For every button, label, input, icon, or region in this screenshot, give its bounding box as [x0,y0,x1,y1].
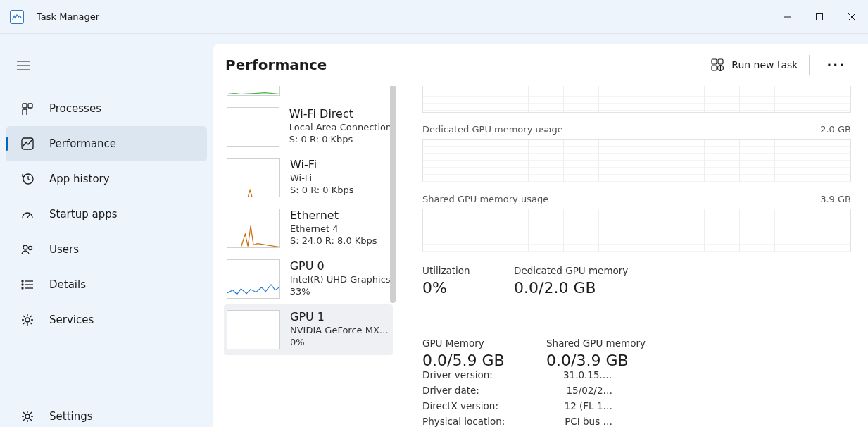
svg-rect-1 [817,13,823,20]
prop-val: 12 (FL 1… [563,400,612,411]
resource-tile-list[interactable]: SSD 2% Wi-Fi Direct Local Area Connectio… [213,86,397,427]
sidebar-item-services[interactable]: Services [6,302,207,338]
tile-gpu1[interactable]: GPU 1 NVIDIA GeForce MX… 0% [224,304,393,355]
chart-shared [422,209,851,252]
detail-pane: Dedicated GPU memory usage 2.0 GB Shared… [422,86,868,427]
page-title: Performance [225,56,327,73]
sidebar-item-details[interactable]: Details [6,267,207,302]
tile-sub: Ethernet 4 [290,223,377,234]
sidebar-item-label: Performance [49,137,116,150]
window-maximize-button[interactable] [803,0,836,34]
stat-label: Utilization [422,265,514,276]
sidebar-item-settings[interactable]: Settings [6,399,207,427]
sidebar-item-label: App history [49,173,110,185]
tile-title: GPU 0 [290,259,390,273]
sidebar-item-performance[interactable]: Performance [6,126,207,161]
tile-title: Ethernet [290,209,377,222]
column-gap [397,86,422,427]
more-options-button[interactable]: ··· [821,58,851,73]
hamburger-button[interactable] [0,56,213,91]
svg-line-12 [27,214,30,218]
svg-point-13 [23,245,27,249]
tile-sub: Local Area Connection [289,122,390,132]
run-new-task-button[interactable]: Run new task [710,58,798,72]
prop-key: Driver date: [422,385,563,396]
tile-thumb [227,158,280,197]
run-task-label: Run new task [731,59,798,70]
svg-point-19 [22,284,23,285]
stat-label: Dedicated GPU memory [514,265,628,276]
sidebar-item-label: Users [49,243,79,256]
svg-rect-23 [712,59,717,64]
list-icon [21,278,34,291]
section-right: 3.9 GB [820,194,851,204]
window-close-button[interactable] [836,0,868,34]
sidebar-item-label: Services [49,314,94,326]
sidebar-item-users[interactable]: Users [6,232,207,267]
tile-thumb [227,310,280,349]
chart-top [422,86,851,113]
svg-point-20 [22,287,23,289]
tile-gpu0[interactable]: GPU 0 Intel(R) UHD Graphics 33% [224,254,393,304]
tile-wifi-direct[interactable]: Wi-Fi Direct Local Area Connection S: 0 … [224,101,393,152]
prop-val: PCI bus … [563,416,612,427]
svg-point-21 [25,318,30,322]
tile-thumb [227,259,280,299]
sidebar-item-processes[interactable]: Processes [6,91,207,126]
tile-ethernet[interactable]: Ethernet Ethernet 4 S: 24.0 R: 8.0 Kbps [224,203,393,254]
tile-line: S: 24.0 R: 8.0 Kbps [290,235,377,246]
svg-point-14 [29,247,32,250]
content-card: Performance Run new task ··· SSD 2% [213,44,868,427]
sidebar-item-label: Processes [49,102,101,115]
tile-thumb [227,209,280,248]
prop-key: Physical location: [422,416,563,427]
stat-value: 0.0/3.9 GB [546,352,646,369]
sidebar-item-app-history[interactable]: App history [6,161,207,197]
svg-point-22 [25,414,30,419]
tile-thumb [227,107,279,147]
title-bar: Task Manager [0,0,868,34]
section-right: 2.0 GB [820,124,851,135]
sidebar: Processes Performance App history Startu… [0,34,213,427]
workspace: Processes Performance App history Startu… [0,34,868,427]
svg-rect-24 [718,59,723,64]
divider [809,55,810,75]
history-icon [21,173,34,185]
tile-line: 33% [290,286,390,297]
prop-key: DirectX version: [422,400,563,411]
prop-val: 31.0.15.1… [563,369,612,380]
users-icon [21,243,34,256]
sidebar-item-startup-apps[interactable]: Startup apps [6,197,207,232]
section-label: Shared GPU memory usage [422,194,548,204]
tile-title: Wi-Fi Direct [289,107,390,120]
settings-icon [21,410,34,423]
stat-value: 0.0/2.0 GB [514,279,628,297]
performance-icon [21,137,34,150]
tile-line: S: 0 R: 0 Kbps [289,134,390,144]
sidebar-item-label: Settings [49,410,93,423]
window-minimize-button[interactable] [771,0,803,34]
svg-rect-7 [23,104,27,108]
chart-dedicated [422,139,851,182]
tile-title: Wi-Fi [290,158,354,171]
properties: Driver version:31.0.15.1… Driver date:15… [422,369,851,427]
stat-value: 0.0/5.9 GB [422,352,514,369]
stat-value: 0% [422,279,514,297]
prop-val: 15/02/2… [563,385,612,396]
svg-rect-25 [712,66,717,70]
tile-line: 0% [290,337,389,347]
sidebar-item-label: Details [49,278,86,291]
card-header: Performance Run new task ··· [213,44,868,86]
prop-key: Driver version: [422,369,563,380]
stat-label: GPU Memory [422,338,514,349]
svg-rect-9 [23,109,27,115]
run-task-icon [710,58,724,72]
tile-ssd[interactable]: SSD 2% [224,86,393,101]
app-title: Task Manager [37,11,99,22]
grid-icon [21,102,34,115]
tiles-scrollbar[interactable] [390,86,396,303]
gauge-icon [21,208,34,221]
tile-wifi[interactable]: Wi-Fi Wi-Fi S: 0 R: 0 Kbps [224,152,393,203]
tile-thumb [227,86,280,96]
svg-rect-8 [28,104,32,108]
